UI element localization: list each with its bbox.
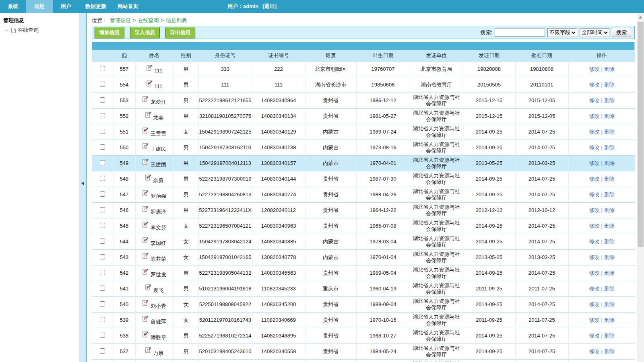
search-input[interactable]: [495, 28, 545, 37]
nav-tab-user[interactable]: 用户: [53, 0, 79, 13]
breadcrumb-link-manage-info[interactable]: 管理信息: [110, 17, 131, 23]
collapse-sidebar-arrow[interactable]: [81, 182, 84, 185]
nav-tab-data-update[interactable]: 数据更新: [79, 0, 113, 13]
cell-approve-date: 2011-07-25: [515, 312, 568, 328]
delete-link[interactable]: 删除: [604, 97, 615, 103]
field-select[interactable]: 不限字段: [547, 28, 577, 37]
row-checkbox[interactable]: [100, 113, 105, 118]
sort-by-id-link[interactable]: ID: [122, 52, 127, 58]
edit-link[interactable]: 修改: [589, 333, 600, 339]
table-row: 544 李国红: [92, 234, 635, 249]
row-checkbox[interactable]: [100, 144, 105, 150]
breadcrumb-link-info-list[interactable]: 信息列表: [166, 17, 187, 23]
cell-issue-date: 2015-12-15: [463, 108, 515, 124]
scrollbar-thumb[interactable]: [638, 22, 644, 247]
delete-link[interactable]: 删除: [604, 270, 615, 276]
time-select[interactable]: 全部时间: [580, 28, 609, 37]
edit-link[interactable]: 修改: [589, 301, 600, 307]
record-doc-icon: [142, 237, 149, 243]
edit-link[interactable]: 修改: [589, 317, 600, 323]
add-info-button[interactable]: 增加信息: [95, 27, 124, 38]
edit-link[interactable]: 修改: [589, 348, 600, 354]
row-checkbox[interactable]: [100, 160, 105, 165]
cell-cert-no: 140830345200: [252, 296, 305, 312]
edit-link[interactable]: 修改: [589, 223, 600, 229]
scrollbar-up-arrow-icon[interactable]: [639, 16, 642, 19]
edit-link[interactable]: 修改: [589, 270, 600, 276]
vertical-scrollbar: [637, 13, 644, 362]
row-checkbox[interactable]: [100, 66, 105, 71]
row-checkbox[interactable]: [100, 129, 105, 134]
row-checkbox[interactable]: [100, 317, 105, 322]
delete-link[interactable]: 删除: [604, 66, 615, 72]
delete-link[interactable]: 删除: [604, 176, 615, 182]
row-checkbox[interactable]: [100, 176, 105, 181]
record-doc-icon: [142, 331, 149, 337]
import-info-button[interactable]: 导入信息: [130, 27, 160, 38]
row-checkbox[interactable]: [100, 223, 105, 228]
cell-cert-no: 140830340774: [252, 187, 305, 202]
row-checkbox[interactable]: [100, 97, 105, 103]
delete-link[interactable]: 删除: [604, 317, 615, 323]
row-checkbox[interactable]: [100, 270, 105, 275]
edit-link[interactable]: 修改: [589, 176, 600, 182]
cell-id: 552: [113, 108, 135, 124]
delete-link[interactable]: 删除: [604, 191, 615, 197]
header-name: 姓名: [135, 50, 173, 61]
cell-name: 111: [155, 83, 163, 89]
row-checkbox[interactable]: [100, 191, 105, 197]
edit-link[interactable]: 修改: [589, 113, 600, 119]
nav-tab-system[interactable]: 系统: [0, 0, 26, 13]
sidebar-item-online-query[interactable]: 在线查询: [5, 27, 79, 34]
header-issuing-unit: 发证单位: [410, 50, 463, 61]
delete-link[interactable]: 删除: [604, 144, 615, 150]
edit-link[interactable]: 修改: [589, 286, 600, 292]
delete-link[interactable]: 删除: [604, 207, 615, 213]
delete-link[interactable]: 删除: [604, 254, 615, 260]
edit-link[interactable]: 修改: [589, 207, 600, 213]
nav-tab-site-home[interactable]: 网站首页: [113, 0, 143, 13]
search-button[interactable]: 搜索: [612, 28, 631, 37]
cell-native-place: 湖南省: [305, 359, 356, 362]
row-checkbox[interactable]: [100, 239, 105, 244]
cell-cert-no: 140830340144: [252, 171, 305, 187]
header-cert-no: 证书编号: [252, 50, 305, 61]
delete-link[interactable]: 删除: [604, 82, 615, 88]
cell-birth-date: 1968-10-27: [356, 328, 410, 343]
row-checkbox[interactable]: [100, 333, 105, 338]
delete-link[interactable]: 删除: [604, 160, 615, 166]
row-checkbox[interactable]: [100, 82, 105, 87]
edit-link[interactable]: 修改: [589, 254, 600, 260]
edit-link[interactable]: 修改: [589, 97, 600, 103]
delete-link[interactable]: 删除: [604, 333, 615, 339]
cell-birth-date: 19760707: [356, 61, 410, 77]
row-checkbox[interactable]: [100, 207, 105, 212]
breadcrumb-link-online-query[interactable]: 在线查询: [138, 17, 159, 23]
row-checkbox[interactable]: [100, 254, 105, 259]
delete-link[interactable]: 删除: [604, 113, 615, 119]
cell-cert-no: 110820345233: [252, 281, 305, 296]
cell-id: 546: [113, 202, 135, 218]
edit-link[interactable]: 修改: [589, 160, 600, 166]
delete-link[interactable]: 删除: [604, 129, 615, 135]
cell-issuing-unit: 湖北省人力资源与社会保障厅: [410, 124, 463, 140]
delete-link[interactable]: 删除: [604, 348, 615, 354]
delete-link[interactable]: 删除: [604, 301, 615, 307]
cell-issue-date: 2014-09-25: [463, 171, 515, 187]
edit-link[interactable]: 修改: [589, 239, 600, 245]
delete-link[interactable]: 删除: [604, 223, 615, 229]
row-checkbox[interactable]: [100, 348, 105, 354]
edit-link[interactable]: 修改: [589, 191, 600, 197]
edit-link[interactable]: 修改: [589, 129, 600, 135]
delete-link[interactable]: 删除: [604, 286, 615, 292]
logout-link[interactable]: [退出]: [262, 3, 277, 9]
edit-link[interactable]: 修改: [589, 66, 600, 72]
nav-tab-info[interactable]: 信息: [26, 0, 53, 13]
edit-link[interactable]: 修改: [589, 82, 600, 88]
export-info-button[interactable]: 导出信息: [165, 27, 195, 38]
row-checkbox[interactable]: [100, 286, 105, 291]
row-checkbox[interactable]: [100, 301, 105, 306]
delete-link[interactable]: 删除: [604, 239, 615, 245]
edit-link[interactable]: 修改: [589, 144, 600, 150]
main-content: 位置：管理信息>在线查询>信息列表 增加信息 导入信息 导出信息 搜索: 不限字…: [87, 13, 637, 362]
